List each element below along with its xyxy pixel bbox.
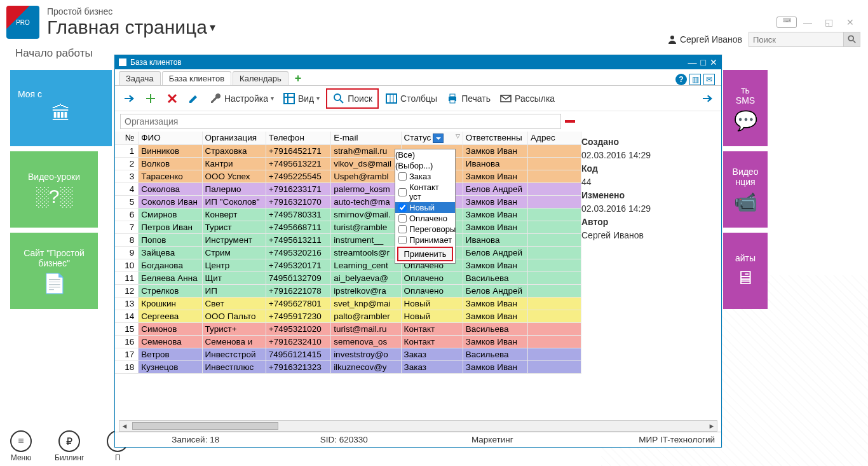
filter-option[interactable]: Принимает: [395, 235, 455, 245]
table-row[interactable]: 7Петров ИванТурист+7495668711turist@ramb…: [115, 221, 581, 233]
filter-option[interactable]: Контакт уст: [395, 182, 455, 202]
status-dropdown-icon[interactable]: [433, 134, 444, 143]
cell-status: Оплачено: [401, 271, 463, 284]
table-row[interactable]: 6СмирновКонверт+7495780331smirnov@mail.З…: [115, 208, 581, 221]
filter-option[interactable]: Заказ: [395, 171, 455, 182]
table-row[interactable]: 14СергееваООО Пальто+7495917230palto@ram…: [115, 310, 581, 322]
window-close-icon[interactable]: ✕: [710, 57, 717, 67]
table-row[interactable]: 5Соколов ИванИП "Соколов"+7916321070auto…: [115, 195, 581, 208]
filter-all[interactable]: (Все): [395, 149, 455, 160]
settings-button[interactable]: Настройка▾: [207, 91, 276, 106]
columns-button[interactable]: Столбцы: [383, 91, 440, 106]
col-tel[interactable]: Телефон: [266, 132, 330, 144]
tile-video-lessons[interactable]: Видео-уроки ░?░: [10, 151, 98, 228]
table-row[interactable]: 16СеменоваСеменова и+7916232410semenova_…: [115, 335, 581, 348]
close-icon[interactable]: ✕: [846, 17, 862, 27]
table-row[interactable]: 11Беляева АннаЩит7495б132709ai_belyaeva@…: [115, 271, 581, 284]
tile-site[interactable]: Сайт "Простой бизнес" 📄: [10, 233, 98, 309]
search-button[interactable]: Поиск: [326, 88, 379, 109]
filter-apply-button[interactable]: Применить: [397, 247, 453, 261]
tab-clients[interactable]: База клиентов: [162, 71, 231, 85]
table-row[interactable]: 17ВетровИнвестстрой7495б121415investstro…: [115, 348, 581, 360]
filter-choose[interactable]: (Выбор...): [395, 160, 455, 171]
col-responsible[interactable]: Ответственны: [463, 132, 527, 144]
table-row[interactable]: 2ВолковКантри+7495613221vlkov_ds@mailИва…: [115, 157, 581, 170]
print-button[interactable]: Печать: [444, 91, 493, 106]
tile-video-conference[interactable]: Видеонция 📹: [723, 151, 768, 228]
cell-n: 3: [115, 170, 139, 182]
delete-button[interactable]: [163, 91, 181, 106]
filter-checkbox[interactable]: [398, 236, 407, 244]
table-row[interactable]: 13КрошкинСвет+7495627801svet_knp@maiНовы…: [115, 297, 581, 310]
table-row[interactable]: 4СоколоваПалермо+7916233171palermo_kosmБ…: [115, 182, 581, 195]
window-minimize-icon[interactable]: —: [688, 57, 697, 67]
search-input[interactable]: [749, 32, 844, 47]
maximize-icon[interactable]: ◱: [825, 17, 840, 27]
table-row[interactable]: 15СимоновТурист++7495321020turist@mail.r…: [115, 322, 581, 335]
cell-org: ООО Пальто: [202, 310, 266, 322]
minimize-icon[interactable]: —: [803, 17, 818, 27]
scroll-thumb[interactable]: [132, 422, 278, 430]
col-fio[interactable]: ФИО: [139, 132, 202, 144]
window-titlebar[interactable]: База клиентов — □ ✕: [115, 55, 721, 69]
tab-calendar[interactable]: Календарь: [233, 71, 288, 85]
stats-icon[interactable]: ▥: [689, 74, 701, 85]
scroll-right-icon[interactable]: ►: [707, 422, 717, 430]
cell-fio: Симонов: [139, 322, 202, 335]
col-status[interactable]: Статус▽: [401, 132, 463, 144]
cell-n: 6: [115, 208, 139, 221]
menu-button[interactable]: ≡Меню: [10, 430, 32, 462]
organization-filter-input[interactable]: [120, 114, 561, 129]
edit-button[interactable]: [185, 91, 203, 106]
svg-line-7: [340, 100, 343, 103]
col-email[interactable]: E-mail: [331, 132, 401, 144]
company-label: МИР IT-технологий: [567, 435, 715, 444]
col-number[interactable]: №: [115, 132, 139, 144]
filter-checkbox[interactable]: [398, 225, 407, 233]
user-icon: [667, 34, 677, 45]
table-row[interactable]: 12СтрелковИП+7916221078ipstrelkov@raОпла…: [115, 284, 581, 297]
tile-my-page[interactable]: Моя с 🏛: [10, 70, 112, 146]
col-address[interactable]: Адрес: [528, 132, 581, 144]
cell-addr: [528, 322, 581, 335]
filter-option[interactable]: Оплачено: [395, 213, 455, 224]
chevron-down-icon: ▾: [316, 95, 320, 102]
cell-tel: 7495б132709: [266, 271, 330, 284]
window-maximize-icon[interactable]: □: [701, 57, 706, 67]
table-row[interactable]: 3ТарасенкоООО Успех+7495225545Uspeh@ramb…: [115, 170, 581, 182]
mail-icon[interactable]: ✉: [703, 74, 715, 85]
filter-option[interactable]: Новый: [395, 202, 455, 213]
filter-checkbox[interactable]: [398, 203, 407, 212]
table-row[interactable]: 1ВинниковСтраховка+7916452171strah@mail.…: [115, 144, 581, 157]
tab-add[interactable]: +: [290, 72, 307, 85]
view-button[interactable]: Вид▾: [280, 91, 322, 106]
table-row[interactable]: 9ЗайцеваСтрим+7495320216streamtools@rОпл…: [115, 246, 581, 259]
col-org[interactable]: Организация: [202, 132, 266, 144]
search-button[interactable]: [844, 32, 860, 47]
cell-resp: Иванова: [463, 157, 527, 170]
table-row[interactable]: 18КузнецовИнвестплюс+7916321323ilkuzneco…: [115, 360, 581, 373]
scroll-left-icon[interactable]: ◄: [119, 422, 130, 430]
add-button[interactable]: [142, 91, 159, 106]
page-title[interactable]: Главная страница ▾: [47, 17, 215, 38]
horizontal-scrollbar[interactable]: ◄ ►: [119, 420, 717, 432]
forward-button[interactable]: [120, 91, 138, 106]
mailing-button[interactable]: Рассылка: [497, 91, 557, 106]
tile-sites[interactable]: айты 🖥: [723, 233, 768, 309]
table-row[interactable]: 10БогдановаЦентр+7495320171Learning_cent…: [115, 259, 581, 271]
remove-filter-icon[interactable]: [565, 120, 575, 123]
current-user[interactable]: Сергей Иванов: [667, 34, 742, 45]
monitor-icon: 🖥: [736, 267, 755, 289]
filter-checkbox[interactable]: [398, 214, 407, 223]
next-button[interactable]: [698, 91, 716, 106]
global-search[interactable]: [749, 32, 860, 47]
filter-checkbox[interactable]: [398, 188, 407, 196]
table-row[interactable]: 8ПоповИнструмент+7495613211instrument__И…: [115, 233, 581, 246]
keyboard-icon[interactable]: ⌨: [776, 17, 797, 28]
help-icon[interactable]: ?: [675, 74, 687, 85]
billing-button[interactable]: ₽Биллинг: [55, 430, 84, 462]
tab-task[interactable]: Задача: [119, 71, 161, 85]
filter-option[interactable]: Переговоры: [395, 224, 455, 235]
filter-checkbox[interactable]: [398, 172, 407, 181]
tile-send-sms[interactable]: ть SMS 💬: [723, 70, 768, 146]
